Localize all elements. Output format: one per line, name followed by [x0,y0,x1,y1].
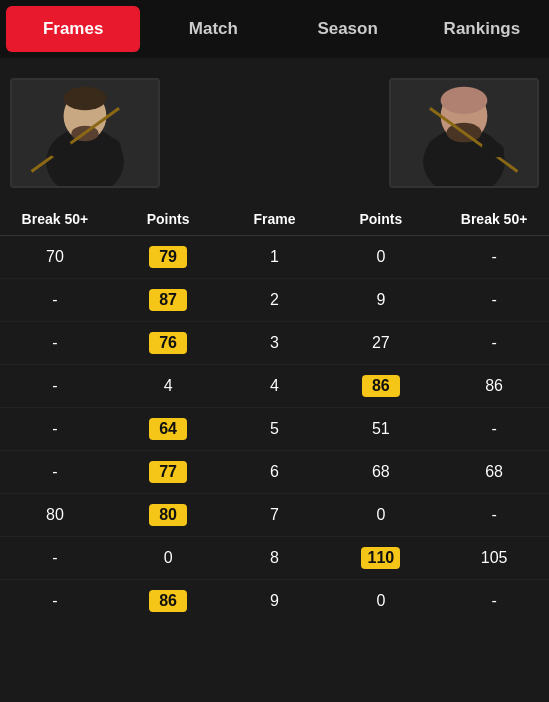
header-frame: Frame [226,203,322,236]
break-right-9: - [439,580,549,623]
table-row: -76327- [0,322,549,365]
break-left-6: - [0,451,110,494]
points-right-9: 0 [323,580,440,623]
frame-7: 7 [226,494,322,537]
frame-9: 9 [226,580,322,623]
points-right-2: 9 [323,279,440,322]
tab-frames[interactable]: Frames [6,6,140,52]
break-left-9: - [0,580,110,623]
points-left-4: 4 [110,365,227,408]
points-right-5: 51 [323,408,440,451]
break-right-3: - [439,322,549,365]
points-left-3: 76 [110,322,227,365]
header-break-left: Break 50+ [0,203,110,236]
frame-6: 6 [226,451,322,494]
tab-navigation: Frames Match Season Rankings [0,0,549,58]
table-row: 707910- [0,236,549,279]
break-right-6: 68 [439,451,549,494]
player-right-image [391,79,537,186]
points-left-2: 87 [110,279,227,322]
player-left-image [12,79,158,186]
break-right-2: - [439,279,549,322]
break-left-2: - [0,279,110,322]
break-right-4: 86 [439,365,549,408]
table-row: -8690- [0,580,549,623]
points-left-8: 0 [110,537,227,580]
break-right-5: - [439,408,549,451]
header-points-right: Points [323,203,440,236]
break-right-7: - [439,494,549,537]
header-break-right: Break 50+ [439,203,549,236]
frame-4: 4 [226,365,322,408]
points-right-7: 0 [323,494,440,537]
svg-point-11 [441,87,488,114]
header-points-left: Points [110,203,227,236]
break-left-1: 70 [0,236,110,279]
tab-rankings[interactable]: Rankings [415,0,549,58]
points-left-9: 86 [110,580,227,623]
break-left-7: 80 [0,494,110,537]
players-section [0,58,549,198]
points-right-8: 110 [323,537,440,580]
svg-point-3 [64,87,107,110]
table-header-row: Break 50+ Points Frame Points Break 50+ [0,203,549,236]
table-row: -8729- [0,279,549,322]
table-row: -448686 [0,365,549,408]
points-right-3: 27 [323,322,440,365]
table-row: -7766868 [0,451,549,494]
stats-table: Break 50+ Points Frame Points Break 50+ … [0,203,549,622]
frame-3: 3 [226,322,322,365]
tab-season[interactable]: Season [281,0,415,58]
points-right-6: 68 [323,451,440,494]
frame-1: 1 [226,236,322,279]
points-left-6: 77 [110,451,227,494]
table-row: -08110105 [0,537,549,580]
player-right-avatar [389,78,539,188]
frame-2: 2 [226,279,322,322]
break-right-8: 105 [439,537,549,580]
frame-8: 8 [226,537,322,580]
break-left-5: - [0,408,110,451]
table-row: 808070- [0,494,549,537]
break-left-8: - [0,537,110,580]
points-right-1: 0 [323,236,440,279]
break-right-1: - [439,236,549,279]
tab-match[interactable]: Match [146,0,280,58]
points-left-7: 80 [110,494,227,537]
points-right-4: 86 [323,365,440,408]
break-left-3: - [0,322,110,365]
player-left-avatar [10,78,160,188]
points-left-1: 79 [110,236,227,279]
table-row: -64551- [0,408,549,451]
break-left-4: - [0,365,110,408]
points-left-5: 64 [110,408,227,451]
frame-5: 5 [226,408,322,451]
